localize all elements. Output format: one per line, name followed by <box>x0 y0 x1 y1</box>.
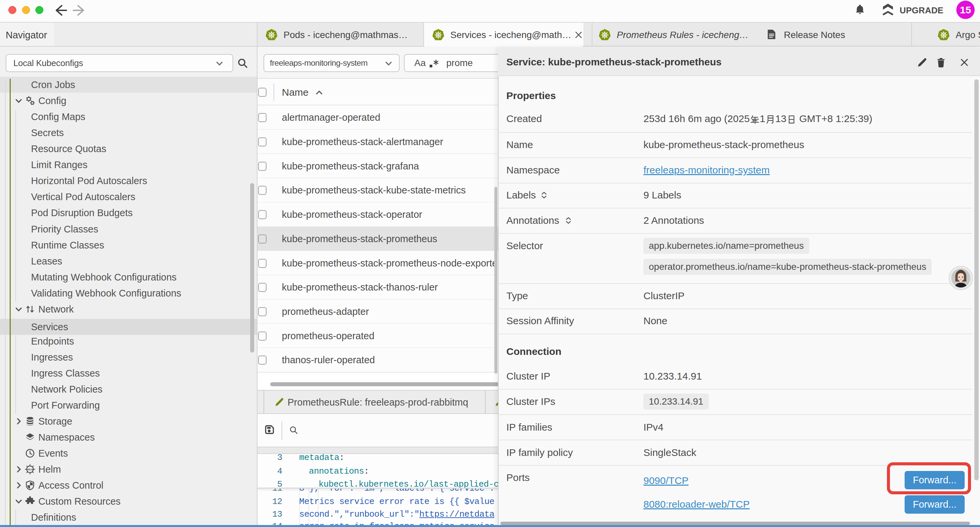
svg-text:HELM: HELM <box>27 468 33 471</box>
